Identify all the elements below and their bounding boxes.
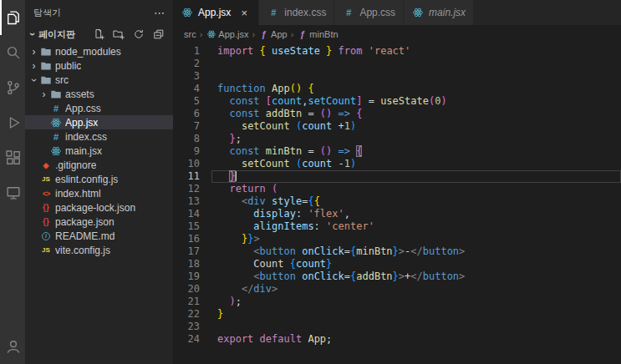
css-file-icon: # xyxy=(342,6,355,19)
more-actions-icon[interactable]: ⋯ xyxy=(154,7,165,19)
code-line-5[interactable]: 5 const [count,setCount] = useState(0) xyxy=(173,95,621,108)
code-line-3[interactable]: 3 xyxy=(173,70,621,83)
css-file-icon: # xyxy=(49,102,63,115)
code-line-18[interactable]: 18 Count {count} xyxy=(173,258,621,270)
activity-item-source-control[interactable] xyxy=(0,70,25,105)
file-name: package.json xyxy=(55,216,115,228)
tree-item-App.css[interactable]: #App.css xyxy=(25,101,173,115)
line-content: ); xyxy=(211,296,621,308)
code-line-11[interactable]: 11 } xyxy=(173,170,621,183)
collapse-folders-icon[interactable] xyxy=(152,28,165,41)
activity-item-remote-explorer[interactable] xyxy=(0,175,25,210)
file-name: App.css xyxy=(65,103,101,114)
file-name: eslint.config.js xyxy=(55,174,118,185)
line-content: export default App; xyxy=(211,333,621,346)
tree-item-package.json[interactable]: {}package.json xyxy=(25,215,173,229)
code-line-21[interactable]: 21 ); xyxy=(173,296,621,308)
code-line-12[interactable]: 12 return ( xyxy=(173,183,621,195)
tab-App.css[interactable]: #App.css xyxy=(334,0,404,25)
tree-item-index.html[interactable]: <>index.html xyxy=(25,186,173,200)
activity-item-explorer[interactable] xyxy=(0,0,25,35)
line-content: setCount (count -1) xyxy=(211,158,621,170)
breadcrumb-item-minBtn[interactable]: ƒminBtn xyxy=(297,28,338,39)
breadcrumb-item-App[interactable]: ƒApp xyxy=(258,28,288,39)
code-line-7[interactable]: 7 setCount (count +1) xyxy=(173,120,621,133)
tree-item-README.md[interactable]: iREADME.md xyxy=(25,229,173,243)
line-number: 23 xyxy=(173,321,211,333)
code-line-1[interactable]: 1import { useState } from 'react' xyxy=(173,45,621,58)
code-line-19[interactable]: 19 <button onClick={addBtn}>+</button> xyxy=(173,270,621,283)
tree-item-assets[interactable]: ›assets xyxy=(25,87,173,101)
line-content: <div style={{ xyxy=(211,195,621,208)
code-line-9[interactable]: 9 const minBtn = () => { xyxy=(173,145,621,158)
code-line-23[interactable]: 23 xyxy=(173,321,621,333)
line-number: 14 xyxy=(173,208,211,220)
tree-item-src[interactable]: ›src xyxy=(25,73,173,87)
folder-file-icon xyxy=(39,73,53,87)
refresh-explorer-icon[interactable] xyxy=(132,28,145,41)
tab-main.jsx[interactable]: main.jsx xyxy=(404,0,474,25)
code-line-20[interactable]: 20 </div> xyxy=(173,283,621,296)
npm-file-icon: {} xyxy=(39,215,53,229)
tree-item-index.css[interactable]: #index.css xyxy=(25,129,173,144)
tree-item-public[interactable]: ›public xyxy=(25,58,173,73)
code-line-4[interactable]: 4function App() { xyxy=(173,83,621,95)
new-folder-icon[interactable] xyxy=(112,28,125,41)
activity-bar-top xyxy=(0,0,25,210)
workspace-section-header[interactable]: › 페이지판 xyxy=(25,25,173,43)
react-file-icon xyxy=(181,6,194,19)
line-content: } xyxy=(211,170,621,183)
breadcrumb-separator: › xyxy=(252,29,255,39)
line-content: } xyxy=(211,308,621,321)
code-line-2[interactable]: 2 xyxy=(173,58,621,70)
code-line-14[interactable]: 14 display: 'flex', xyxy=(173,208,621,220)
code-line-10[interactable]: 10 setCount (count -1) xyxy=(173,158,621,170)
tab-App.jsx[interactable]: App.jsx× xyxy=(173,0,259,25)
code-line-16[interactable]: 16 }}> xyxy=(173,233,621,245)
tree-item-vite.config.js[interactable]: JSvite.config.js xyxy=(25,243,173,257)
file-name: .gitignore xyxy=(55,159,96,171)
line-content: display: 'flex', xyxy=(211,208,621,220)
line-content: <button onClick={minBtn}>-</button> xyxy=(211,245,621,258)
activity-item-extensions[interactable] xyxy=(0,140,25,175)
line-content: setCount (count +1) xyxy=(211,120,621,133)
file-name: src xyxy=(55,74,69,86)
tree-item-.gitignore[interactable]: ◆.gitignore xyxy=(25,158,173,172)
close-icon[interactable]: × xyxy=(237,7,251,19)
code-line-22[interactable]: 22} xyxy=(173,308,621,321)
code-line-17[interactable]: 17 <button onClick={minBtn}>-</button> xyxy=(173,245,621,258)
tree-item-node_modules[interactable]: ›node_modules xyxy=(25,44,173,58)
line-number: 22 xyxy=(173,308,211,321)
chevron-right-icon: › xyxy=(38,88,49,100)
tree-item-eslint.config.js[interactable]: JSeslint.config.js xyxy=(25,172,173,186)
code-line-15[interactable]: 15 alignItems: 'center' xyxy=(173,220,621,233)
line-number: 19 xyxy=(173,270,211,283)
tree-item-package-lock.json[interactable]: {}package-lock.json xyxy=(25,200,173,215)
activity-item-account[interactable] xyxy=(0,329,25,364)
line-content: }; xyxy=(211,133,621,145)
breadcrumb-item-App.jsx[interactable]: App.jsx xyxy=(206,28,248,39)
activity-item-search[interactable] xyxy=(0,35,25,70)
line-number: 21 xyxy=(173,296,211,308)
breadcrumb-label: minBtn xyxy=(309,29,338,39)
breadcrumb-label: App xyxy=(271,29,288,39)
npm-file-icon: {} xyxy=(39,201,53,215)
js-file-icon: JS xyxy=(39,173,53,186)
react-file-icon xyxy=(49,144,63,158)
code-editor[interactable]: 1import { useState } from 'react'234func… xyxy=(173,43,621,364)
line-content: return ( xyxy=(211,183,621,195)
code-line-24[interactable]: 24export default App; xyxy=(173,333,621,346)
breadcrumb-item-src[interactable]: src xyxy=(184,29,196,39)
code-line-8[interactable]: 8 }; xyxy=(173,133,621,145)
tree-item-main.jsx[interactable]: main.jsx xyxy=(25,144,173,158)
file-name: public xyxy=(55,60,81,72)
new-file-icon[interactable] xyxy=(92,28,105,41)
code-line-13[interactable]: 13 <div style={{ xyxy=(173,195,621,208)
tab-index.css[interactable]: #index.css xyxy=(259,0,334,25)
activity-item-run-and-debug[interactable] xyxy=(0,105,25,140)
workspace-name: 페이지판 xyxy=(38,28,75,41)
sidebar-title: 탐색기 xyxy=(33,7,61,19)
tab-label: App.css xyxy=(359,7,395,18)
code-line-6[interactable]: 6 const addBtn = () => { xyxy=(173,108,621,120)
tree-item-App.jsx[interactable]: App.jsx xyxy=(25,115,173,129)
